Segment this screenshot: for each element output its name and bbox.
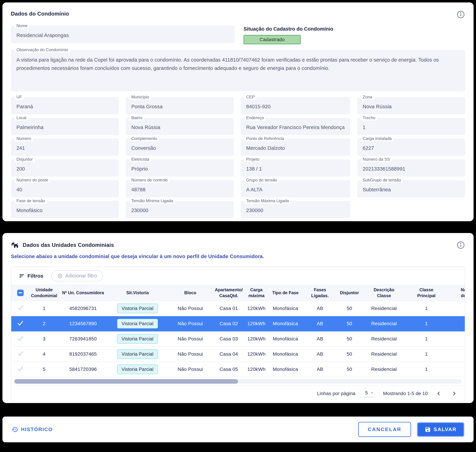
save-icon [425,426,431,433]
pagination: Linhas por página 5 Mostrando 1-5 de 10 [11,386,465,401]
field-value: Monofásico [16,208,43,213]
page: Dados do Condomínio Nome Residencial Ara… [0,0,476,452]
cell: 50 [337,346,362,362]
cell: 50 [337,331,362,346]
field-zona[interactable]: ZonaNova Rússia [357,97,465,114]
rows-per-page-select[interactable]: 5 [364,390,375,397]
field-subgrupo-de-tensao[interactable]: SubGrupo de tensãoSubterrânea [357,180,465,197]
cell: Monofásica [268,316,303,331]
field-grupo-de-tensao[interactable]: Grupo de tensãoA ALTA [241,180,350,197]
cell [446,362,465,377]
nome-value: Residencial Arapongas [16,33,69,38]
column-header-unidade-condominial: UnidadeCondominial [29,285,59,301]
field-label: Número de controle [130,178,170,183]
cell: Monofásica [268,362,303,377]
field-disjuntor[interactable]: Disjuntor200 [11,159,119,177]
field-bairro[interactable]: BairroNova Rússia [126,118,234,135]
field-endereco[interactable]: EndereçoRua Vereador Francisco Pereira M… [241,118,350,135]
column-header-descricao-classe: DescriçãoClasse [362,285,406,301]
cell: 120kWh [245,362,268,377]
field-value: Paraná [16,104,33,109]
scrollbar-thumb[interactable] [14,379,238,384]
previous-page-button[interactable] [436,391,442,397]
cell: 1 [406,316,446,331]
field-trecho[interactable]: Trecho1 [357,118,465,135]
field-numero-de-controle[interactable]: Número de controle48788 [126,180,234,197]
table-row[interactable]: 14582096731Vistoria ParcialNão PossuiCas… [11,301,465,316]
field-complemento[interactable]: ComplementoConversão [126,139,234,156]
cell: 120kWh [245,316,268,331]
condominio-card: Dados do Condomínio Nome Residencial Ara… [2,2,474,221]
cell: AB [303,346,337,362]
field-value: 230000 [246,208,263,213]
row-checkbox[interactable] [11,301,29,316]
field-label: Grupo de tensão [245,178,279,183]
field-value: 202133361588991 [363,166,405,172]
row-checkbox[interactable] [11,331,29,346]
showing-label: Mostrando 1-5 de 10 [383,391,428,396]
cell: 2 [29,316,59,331]
field-label: Projeto [245,157,261,162]
table-row[interactable]: 48192037465Vistoria ParcialNão PossuiCas… [11,346,465,362]
field-label: SubGrupo de tensão [361,178,403,183]
info-icon[interactable] [456,241,465,249]
field-municipio[interactable]: MunicípioPonta Grossa [126,97,234,114]
field-value: 230000 [131,208,148,213]
field-value: 241 [16,145,25,151]
field-label: Eletricista [130,157,151,162]
filters-button[interactable]: Filtros [19,273,43,279]
check-icon [17,335,24,342]
table-row[interactable]: 55841720396Vistoria ParcialNão PossuiCas… [11,362,465,377]
next-page-button[interactable] [451,391,457,397]
field-ponto-de-referencia[interactable]: Ponto de ReferênciaMercado Dalzoto [241,139,350,156]
field-numero[interactable]: Número241 [11,139,119,156]
field-projeto[interactable]: Projeto138 / 1 [241,159,350,177]
field-label: Local [15,115,28,120]
field-label: Tensão Mínima Ligada [130,198,175,203]
field-label: Carga instalada [361,136,394,141]
table-row[interactable]: 21234567890Vistoria ParcialNão PossuiCas… [11,316,465,331]
observacao-field[interactable]: Observação do Condomínio A vistoria para… [11,50,465,91]
row-checkbox[interactable] [11,316,29,331]
field-numero-da-ss[interactable]: Número da SS202133361588991 [357,159,465,177]
field-tensao-maxima-ligada[interactable]: Tensão Máxima Ligada230000 [241,201,350,218]
field-value: Palmeirinha [16,125,43,130]
field-value: Nova Rússia [131,125,160,130]
cell: 3 [29,331,59,346]
add-filter-button[interactable]: Adicionar filtro [51,270,103,281]
salvar-button[interactable]: SALVAR [417,422,464,437]
cancelar-button[interactable]: CANCELAR [358,422,411,437]
field-value: Mercado Dalzoto [246,145,285,151]
field-local[interactable]: LocalPalmeirinha [11,118,119,135]
cell: 7263941850 [59,331,107,346]
row-checkbox[interactable] [11,362,29,377]
nome-field[interactable]: Nome Residencial Arapongas [11,26,235,43]
filters-label: Filtros [27,273,43,279]
field-label: Endereço [245,115,266,120]
field-label: Município [130,94,151,100]
historico-button[interactable]: HISTÓRICO [12,426,53,433]
field-uf[interactable]: UFParaná [11,97,119,114]
field-value: 48788 [131,187,145,193]
unidades-title: Dados das Unidades Condominiais [23,241,114,249]
field-numero-do-poste[interactable]: Número do poste40 [11,180,119,197]
cell: 4582096731 [59,301,107,316]
cell: Casa 04 [213,346,245,362]
row-checkbox[interactable] [11,346,29,362]
nome-label: Nome [15,23,29,28]
field-carga-instalada[interactable]: Carga instalada6227 [357,139,465,156]
field-eletricista[interactable]: EletricistaPróprio [126,159,234,177]
field-label: Tensão Máxima Ligada [245,198,291,203]
field-cep[interactable]: CEP84015-920 [241,97,350,114]
cell: Não Possui [168,346,213,362]
field-value: 40 [16,187,22,193]
field-fase-de-tensao[interactable]: Fase de tensãoMonofásico [11,201,119,218]
cell: Casa 03 [213,331,245,346]
field-tensao-minima-ligada[interactable]: Tensão Mínima Ligada230000 [126,201,234,218]
info-icon[interactable] [456,10,465,19]
vistoria-badge: Vistoria Parcial [117,349,158,359]
select-all-checkbox[interactable] [17,290,24,296]
field-label: Disjuntor [15,157,35,162]
table-row[interactable]: 37263941850Vistoria ParcialNão PossuiCas… [11,331,465,346]
cell: Residencial [362,301,406,316]
